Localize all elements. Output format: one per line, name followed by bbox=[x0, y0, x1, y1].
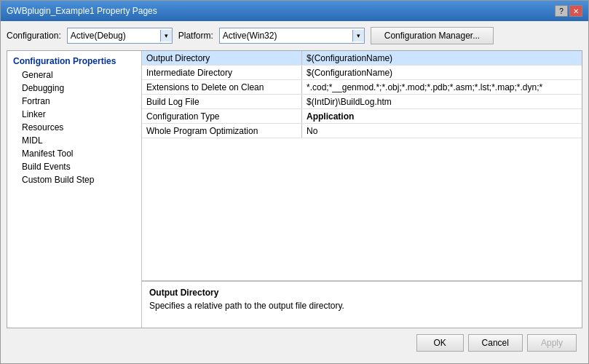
table-row[interactable]: Intermediate Directory$(ConfigurationNam… bbox=[142, 66, 582, 80]
properties-table: Output Directory$(ConfigurationName)Inte… bbox=[142, 51, 582, 280]
sidebar-item-general[interactable]: General bbox=[7, 68, 141, 82]
prop-value: $(ConfigurationName) bbox=[302, 66, 582, 79]
sidebar-item-linker[interactable]: Linker bbox=[7, 108, 141, 121]
description-text: Specifies a relative path to the output … bbox=[149, 301, 574, 311]
cancel-button[interactable]: Cancel bbox=[468, 334, 523, 352]
close-button[interactable]: ✕ bbox=[569, 5, 582, 17]
sidebar-item-build-events[interactable]: Build Events bbox=[7, 160, 141, 173]
bottom-buttons: OK Cancel Apply bbox=[7, 328, 582, 357]
platform-label: Platform: bbox=[178, 31, 213, 41]
sidebar-item-custom-build-step[interactable]: Custom Build Step bbox=[7, 173, 141, 186]
window-title: GWBplugin_Example1 Property Pages bbox=[7, 6, 157, 16]
platform-value: Active(Win32) bbox=[223, 31, 352, 41]
table-row[interactable]: Output Directory$(ConfigurationName) bbox=[142, 51, 582, 66]
sidebar-item-resources[interactable]: Resources bbox=[7, 121, 141, 134]
platform-dropdown[interactable]: Active(Win32) ▾ bbox=[219, 28, 365, 44]
description-title: Output Directory bbox=[149, 288, 574, 298]
platform-dropdown-arrow: ▾ bbox=[352, 30, 364, 41]
content-area: Configuration: Active(Debug) ▾ Platform:… bbox=[1, 21, 588, 363]
description-area: Output Directory Specifies a relative pa… bbox=[142, 280, 582, 328]
sidebar: Configuration Properties General Debuggi… bbox=[7, 51, 142, 328]
ok-button[interactable]: OK bbox=[416, 334, 464, 352]
title-bar-controls: ? ✕ bbox=[555, 5, 582, 17]
config-value: Active(Debug) bbox=[71, 31, 160, 41]
prop-name: Whole Program Optimization bbox=[142, 124, 302, 138]
table-row[interactable]: Whole Program OptimizationNo bbox=[142, 124, 582, 138]
sidebar-item-fortran[interactable]: Fortran bbox=[7, 95, 141, 108]
table-row[interactable]: Build Log File$(IntDir)\BuildLog.htm bbox=[142, 95, 582, 109]
apply-button[interactable]: Apply bbox=[527, 334, 577, 352]
title-bar: GWBplugin_Example1 Property Pages ? ✕ bbox=[1, 1, 588, 21]
table-row[interactable]: Extensions to Delete on Clean*.cod;*__ge… bbox=[142, 80, 582, 95]
sidebar-item-debugging[interactable]: Debugging bbox=[7, 82, 141, 95]
prop-value: Application bbox=[302, 109, 582, 123]
table-row[interactable]: Configuration TypeApplication bbox=[142, 109, 582, 124]
sidebar-item-midl[interactable]: MIDL bbox=[7, 134, 141, 147]
sidebar-item-manifest-tool[interactable]: Manifest Tool bbox=[7, 147, 141, 160]
prop-name: Intermediate Directory bbox=[142, 66, 302, 79]
prop-name: Build Log File bbox=[142, 95, 302, 108]
main-area: Configuration Properties General Debuggi… bbox=[7, 50, 582, 328]
prop-value: $(ConfigurationName) bbox=[302, 51, 582, 65]
config-label: Configuration: bbox=[7, 31, 61, 41]
sidebar-section-label: Configuration Properties bbox=[7, 54, 141, 68]
help-button[interactable]: ? bbox=[555, 5, 568, 17]
prop-name: Output Directory bbox=[142, 51, 302, 65]
config-dropdown-arrow: ▾ bbox=[160, 30, 172, 41]
prop-value: $(IntDir)\BuildLog.htm bbox=[302, 95, 582, 108]
toolbar-row: Configuration: Active(Debug) ▾ Platform:… bbox=[7, 27, 582, 44]
prop-value: *.cod;*__genmod.*;*.obj;*.mod;*.pdb;*.as… bbox=[302, 80, 582, 94]
main-window: GWBplugin_Example1 Property Pages ? ✕ Co… bbox=[0, 0, 589, 364]
right-pane: Output Directory$(ConfigurationName)Inte… bbox=[142, 51, 582, 328]
prop-name: Configuration Type bbox=[142, 109, 302, 123]
config-manager-button[interactable]: Configuration Manager... bbox=[371, 27, 494, 44]
configuration-dropdown[interactable]: Active(Debug) ▾ bbox=[67, 28, 173, 44]
prop-name: Extensions to Delete on Clean bbox=[142, 80, 302, 94]
prop-value: No bbox=[302, 124, 582, 138]
